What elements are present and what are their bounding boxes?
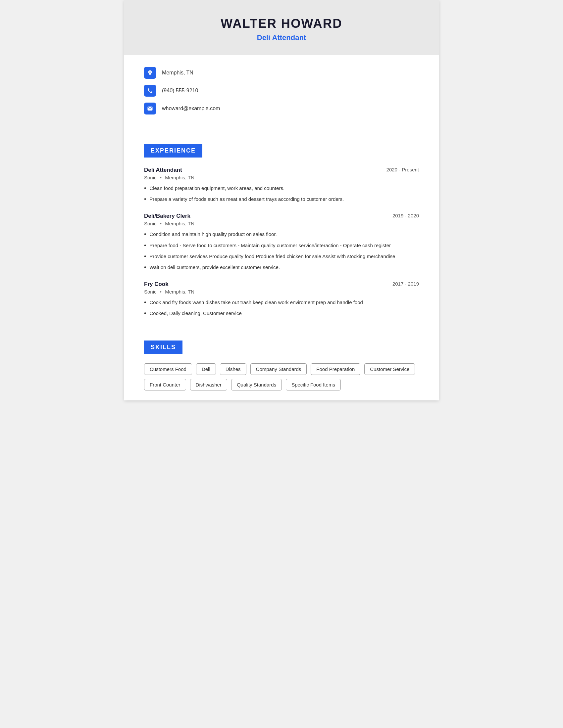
job-title-3: Fry Cook bbox=[144, 281, 168, 288]
job-header-3: Fry Cook 2017 - 2019 bbox=[144, 281, 419, 288]
phone-text: (940) 555-9210 bbox=[162, 88, 198, 94]
job-bullet-2-1: • Condition and maintain high quality pr… bbox=[144, 230, 419, 239]
candidate-name: WALTER HOWARD bbox=[137, 17, 426, 31]
phone-contact: (940) 555-9210 bbox=[144, 85, 419, 97]
job-bullet-3-2: • Cooked, Daily cleaning, Customer servi… bbox=[144, 309, 419, 318]
skill-tag: Dishwasher bbox=[190, 379, 227, 390]
location-text: Memphis, TN bbox=[162, 70, 193, 76]
job-bullet-1-1: • Clean food preparation equipment, work… bbox=[144, 184, 419, 193]
job-header-2: Deli/Bakery Clerk 2019 - 2020 bbox=[144, 213, 419, 219]
experience-section: EXPERIENCE Deli Attendant 2020 - Present… bbox=[124, 134, 439, 337]
resume-container: WALTER HOWARD Deli Attendant Memphis, TN… bbox=[124, 0, 439, 400]
job-entry-3: Fry Cook 2017 - 2019 Sonic • Memphis, TN… bbox=[144, 281, 419, 318]
email-contact: whoward@example.com bbox=[144, 103, 419, 114]
skills-section: SKILLS Customers FoodDeliDishesCompany S… bbox=[124, 337, 439, 400]
job-bullet-2-2: • Prepare food - Serve food to customers… bbox=[144, 242, 419, 250]
job-bullet-1-2: • Prepare a variety of foods such as mea… bbox=[144, 195, 419, 204]
job-header-1: Deli Attendant 2020 - Present bbox=[144, 167, 419, 173]
candidate-title: Deli Attendant bbox=[137, 33, 426, 42]
email-text: whoward@example.com bbox=[162, 106, 220, 112]
skill-tag: Dishes bbox=[220, 363, 246, 375]
job-dates-3: 2017 - 2019 bbox=[393, 281, 419, 287]
job-title-1: Deli Attendant bbox=[144, 167, 182, 173]
job-title-2: Deli/Bakery Clerk bbox=[144, 213, 190, 219]
skill-tag: Quality Standards bbox=[231, 379, 282, 390]
job-dates-2: 2019 - 2020 bbox=[393, 213, 419, 218]
job-company-1: Sonic • Memphis, TN bbox=[144, 175, 419, 180]
skill-tag: Food Preparation bbox=[311, 363, 360, 375]
phone-icon bbox=[144, 85, 156, 97]
job-dates-1: 2020 - Present bbox=[387, 167, 419, 172]
location-contact: Memphis, TN bbox=[144, 67, 419, 79]
skill-tag: Specific Food Items bbox=[286, 379, 341, 390]
resume-header: WALTER HOWARD Deli Attendant bbox=[124, 0, 439, 55]
job-entry-2: Deli/Bakery Clerk 2019 - 2020 Sonic • Me… bbox=[144, 213, 419, 272]
skill-tag: Customers Food bbox=[144, 363, 192, 375]
skills-list: Customers FoodDeliDishesCompany Standard… bbox=[144, 363, 419, 390]
experience-heading: EXPERIENCE bbox=[144, 144, 202, 158]
job-company-3: Sonic • Memphis, TN bbox=[144, 289, 419, 295]
skill-tag: Company Standards bbox=[250, 363, 307, 375]
skill-tag: Deli bbox=[196, 363, 216, 375]
contact-section: Memphis, TN (940) 555-9210 whoward@examp… bbox=[124, 55, 439, 130]
job-entry-1: Deli Attendant 2020 - Present Sonic • Me… bbox=[144, 167, 419, 204]
job-bullet-2-3: • Provide customer services Produce qual… bbox=[144, 252, 419, 261]
job-bullet-2-4: • Wait on deli customers, provide excell… bbox=[144, 263, 419, 272]
skill-tag: Customer Service bbox=[364, 363, 415, 375]
location-icon bbox=[144, 67, 156, 79]
skills-heading: SKILLS bbox=[144, 341, 182, 354]
job-company-2: Sonic • Memphis, TN bbox=[144, 221, 419, 226]
email-icon bbox=[144, 103, 156, 114]
skill-tag: Front Counter bbox=[144, 379, 186, 390]
job-bullet-3-1: • Cook and fry foods wash dishes take ou… bbox=[144, 298, 419, 307]
